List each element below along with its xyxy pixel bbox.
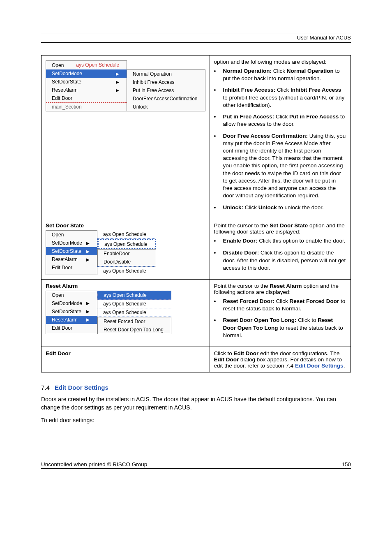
options-table: Open ays Open Schedule SetDoorMode ▶ Set… [41, 55, 351, 372]
fragment-text: ays Open Schedule [97, 308, 171, 317]
bullet-icon: • [214, 86, 223, 109]
header-rule-top [41, 33, 351, 33]
bullet-text: Unlock: Click Unlock to unlock the door. [223, 204, 347, 212]
bullet-icon: • [214, 317, 223, 339]
submenu-doordisable[interactable]: DoorDisable [98, 258, 156, 266]
menu-item-setdoormode[interactable]: SetDoorMode▶ [46, 239, 97, 247]
menu-label: SetDoorState [52, 79, 81, 85]
intro-text: Point the cursor to the Set Door State o… [214, 222, 347, 235]
menu-item-resetalarm[interactable]: ResetAlarm ▶ [46, 86, 127, 94]
bullet-icon: • [214, 113, 223, 128]
menu-label: Open [52, 62, 64, 68]
menu-item-open[interactable]: Open [46, 231, 97, 239]
menu-label: ResetAlarm [52, 87, 78, 93]
submenu-inhibit-free-access[interactable]: Inhibit Free Access [127, 78, 205, 86]
menu-label: SetDoorMode [52, 301, 82, 306]
footer-left: Uncontrolled when printed © RISCO Group [41, 461, 147, 467]
bullet-text: Inhibit Free Access: Click Inhibit Free … [223, 86, 347, 109]
cell-editdoor-desc: Click to Edit Door edit the door configu… [210, 347, 351, 372]
submenu-normal-operation[interactable]: Normal Operation [127, 70, 205, 78]
bullet-icon: • [214, 249, 223, 272]
menu-item-resetalarm[interactable]: ResetAlarm▶ [46, 255, 97, 264]
submenu-reset-door-open-too-long[interactable]: Reset Door Open Too Long [98, 326, 171, 334]
chevron-right-icon: ▶ [86, 309, 90, 314]
context-menu-setdoormode: Open ays Open Schedule SetDoorMode ▶ Set… [46, 60, 205, 111]
menu-label: Open [52, 292, 64, 298]
cell-setdoormode-image: Open ays Open Schedule SetDoorMode ▶ Set… [42, 56, 210, 219]
menu-label: Edit Door [52, 265, 72, 271]
header-title: User Manual for ACUS [41, 35, 351, 43]
chevron-right-icon: ▶ [86, 249, 90, 254]
menu-item-open[interactable]: Open ays Open Schedule [46, 61, 127, 69]
desc-text: Click to Edit Door edit the door configu… [214, 350, 347, 369]
chevron-right-icon: ▶ [86, 301, 90, 305]
submenu-unlock[interactable]: Unlock [127, 103, 205, 111]
menu-label: Edit Door [52, 95, 72, 101]
cell-setdoorstate: Set Door State Open SetDoorMode▶ SetDoor… [42, 219, 210, 280]
menu-label: SetDoorState [52, 248, 81, 254]
submenu-put-in-free-access[interactable]: Put in Free Access [127, 86, 205, 95]
section-number: 7.4 [41, 384, 50, 391]
chevron-right-icon: ▶ [86, 317, 90, 322]
chevron-right-icon: ▶ [116, 88, 119, 92]
menu-item-setdoorstate[interactable]: SetDoorState ▶ [46, 78, 127, 86]
menu-item-setdoormode[interactable]: SetDoorMode ▶ [46, 69, 127, 78]
fragment-text: ays Open Schedule [97, 266, 156, 275]
chevron-right-icon: ▶ [116, 72, 119, 76]
menu-item-editdoor[interactable]: Edit Door [46, 94, 127, 102]
context-menu-resetalarm: Open SetDoorMode▶ SetDoorState▶ ResetAla… [46, 291, 205, 334]
bullet-icon: • [214, 67, 223, 82]
row-title: Reset Alarm [46, 283, 205, 289]
page-footer: Uncontrolled when printed © RISCO Group … [41, 461, 351, 469]
submenu-door-free-access-confirmation[interactable]: DoorFreeAccessConfirmation [127, 95, 205, 103]
menu-label: ResetAlarm [52, 257, 78, 262]
menu-item-setdoorstate[interactable]: SetDoorState▶ [46, 247, 97, 255]
section-heading: 7.4 Edit Door Settings [41, 384, 351, 391]
bullet-icon: • [214, 204, 223, 212]
submenu-reset-forced-door[interactable]: Reset Forced Door [98, 317, 171, 326]
menu-label: Open [52, 232, 64, 238]
cell-setdoormode-desc: option and the following modes are displ… [210, 56, 351, 219]
bullet-icon: • [214, 298, 223, 312]
submenu-enabledoor[interactable]: EnableDoor [98, 250, 156, 258]
cell-setdoorstate-desc: Point the cursor to the Set Door State o… [210, 219, 351, 280]
fragment-text-hl: ays Open Schedule [97, 291, 171, 300]
intro-text: Point the cursor to the Reset Alarm opti… [214, 283, 347, 295]
chevron-right-icon: ▶ [116, 80, 119, 84]
bullet-text: Put in Free Access: Click Put in Free Ac… [223, 113, 347, 128]
bullet-icon: • [214, 132, 223, 200]
cell-editdoor: Edit Door [42, 347, 210, 372]
menu-item-setdoorstate[interactable]: SetDoorState▶ [46, 308, 97, 316]
context-menu-setdoorstate: Open SetDoorMode▶ SetDoorState▶ ResetAla… [46, 230, 205, 275]
menu-item-open[interactable]: Open [46, 291, 97, 299]
row-title: Set Door State [46, 222, 205, 229]
chevron-right-icon: ▶ [86, 241, 90, 245]
fragment-text: ays Open Schedule [97, 230, 156, 239]
menu-label: SetDoorState [52, 309, 81, 314]
chevron-right-icon: ▶ [86, 257, 90, 262]
body-paragraph: To edit door settings: [41, 416, 351, 424]
cell-resetalarm-desc: Point the cursor to the Reset Alarm opti… [210, 279, 351, 347]
fragment-text: ays Open Schedule [76, 62, 119, 68]
fragment-text: ays Open Schedule [97, 239, 156, 249]
section-title: Edit Door Settings [55, 384, 108, 391]
bullet-text: Enable Door: Click this option to enable… [223, 237, 347, 245]
bullet-text: Reset Door Open Too Long: Click to Reset… [223, 317, 347, 339]
bullet-text: Reset Forced Door: Click Reset Forced Do… [223, 298, 347, 312]
fragment-text: main_Section [46, 102, 127, 111]
link-edit-door-settings[interactable]: Edit Door Settings [295, 363, 344, 369]
bullet-text: Normal Operation: Click Normal Operation… [223, 67, 347, 82]
menu-item-editdoor[interactable]: Edit Door [46, 264, 97, 272]
menu-label: ResetAlarm [52, 317, 78, 323]
menu-item-resetalarm[interactable]: ResetAlarm▶ [46, 316, 97, 324]
bullet-text: Door Free Access Confirmation: Using thi… [223, 132, 347, 200]
menu-item-editdoor[interactable]: Edit Door [46, 324, 97, 332]
bullet-icon: • [214, 237, 223, 245]
menu-item-setdoormode[interactable]: SetDoorMode▶ [46, 299, 97, 308]
bullet-text: Disable Door: Click this option to disab… [223, 249, 347, 272]
menu-label: SetDoorMode [52, 240, 82, 246]
row-title: Edit Door [46, 350, 205, 356]
intro-text: option and the following modes are displ… [214, 59, 347, 65]
menu-label: Edit Door [52, 325, 72, 331]
fragment-text: ays Open Schedule [97, 300, 171, 308]
